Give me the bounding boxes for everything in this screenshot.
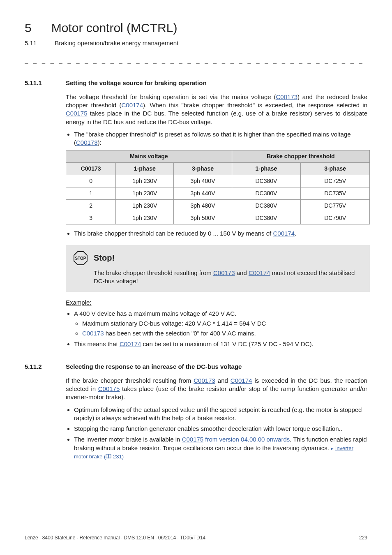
page-number: 229 <box>359 534 367 541</box>
link-c00173[interactable]: C00173 <box>76 139 98 146</box>
subsection-title: Selecting the response to an increase of… <box>66 363 242 371</box>
link-c00174[interactable]: C00174 <box>231 377 252 384</box>
list-item: A 400 V device has a maximum mains volta… <box>74 310 367 338</box>
link-c00175[interactable]: C00175 <box>66 110 88 117</box>
bullet-list: Optimum following of the actual speed va… <box>66 406 367 461</box>
list-item: Optimum following of the actual speed va… <box>74 406 367 423</box>
example-heading: Example: <box>66 298 367 307</box>
list-item: Stopping the ramp function generator ena… <box>74 425 367 433</box>
list-item: The inverter motor brake is available in… <box>74 435 367 460</box>
svg-text:STOP: STOP <box>75 256 86 261</box>
link-c00174[interactable]: C00174 <box>121 102 143 109</box>
subsection-number: 5.11.2 <box>25 363 53 371</box>
stop-text: The brake chopper threshold resulting fr… <box>94 269 362 286</box>
subsection-number: 5.11.1 <box>25 79 53 87</box>
table-header: Mains voltage <box>66 150 232 163</box>
list-item: Maximum stationary DC-bus voltage: 420 V… <box>82 319 367 328</box>
list-item: C00173 has been set with the selection "… <box>82 329 367 338</box>
bullet-list: The "brake chopper threshold" is preset … <box>66 130 367 147</box>
footer-text: Lenze · 8400 StateLine · Reference manua… <box>25 534 205 541</box>
table-header: C00173 <box>66 163 116 175</box>
stop-icon: STOP <box>73 251 88 266</box>
list-item: The "brake chopper threshold" is preset … <box>74 130 367 147</box>
table-row: 1 1ph 230V 3ph 440V DC380V DC735V <box>66 187 370 200</box>
stop-title: Stop! <box>94 252 115 264</box>
table-header: 1-phase <box>232 163 301 175</box>
separator: _ _ _ _ _ _ _ _ _ _ _ _ _ _ _ _ _ _ _ _ … <box>25 56 367 64</box>
list-item: This brake chopper threshold can be redu… <box>74 229 367 238</box>
chapter-number: 5 <box>25 20 32 37</box>
link-c00175[interactable]: C00175 <box>98 385 120 392</box>
link-c00174[interactable]: C00174 <box>249 269 270 276</box>
bullet-list: This brake chopper threshold can be redu… <box>66 229 367 238</box>
stop-callout: STOP Stop! The brake chopper threshold r… <box>66 245 370 292</box>
link-c00173[interactable]: C00173 <box>194 377 215 384</box>
table-row: 2 1ph 230V 3ph 480V DC380V DC775V <box>66 199 370 212</box>
section-number: 5.11 <box>25 39 37 47</box>
link-c00173[interactable]: C00173 <box>213 269 235 276</box>
section-title: Braking operation/brake energy managemen… <box>55 39 178 47</box>
table-row: 3 1ph 230V 3ph 500V DC380V DC790V <box>66 212 370 224</box>
table-header: 1-phase <box>116 163 174 175</box>
link-c00175[interactable]: C00175 <box>182 436 204 443</box>
threshold-table: Mains voltage Brake chopper threshold C0… <box>66 150 370 224</box>
subsection-title: Setting the voltage source for braking o… <box>66 79 207 87</box>
paragraph: The voltage threshold for braking operat… <box>66 93 367 126</box>
table-header: 3-phase <box>174 163 232 175</box>
link-c00174[interactable]: C00174 <box>120 340 141 347</box>
book-icon <box>106 454 111 459</box>
table-header: Brake chopper threshold <box>232 150 369 163</box>
paragraph: If the brake chopper threshold resulting… <box>66 377 367 402</box>
bullet-list: A 400 V device has a maximum mains volta… <box>66 310 367 349</box>
version-note: from version 04.00.00 onwards <box>205 436 290 443</box>
list-item: This means that C00174 can be set to a m… <box>74 340 367 348</box>
chapter-title: Motor control (MCTRL) <box>51 20 178 37</box>
table-row: 0 1ph 230V 3ph 400V DC380V DC725V <box>66 175 370 187</box>
link-c00174[interactable]: C00174 <box>273 230 295 237</box>
link-c00173[interactable]: C00173 <box>276 93 297 100</box>
table-header: 3-phase <box>301 163 370 175</box>
link-c00173[interactable]: C00173 <box>82 330 104 337</box>
